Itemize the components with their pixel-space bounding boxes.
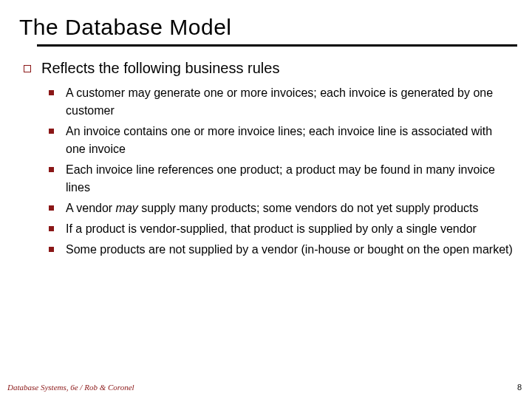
list-item: Each invoice line references one product… <box>49 161 513 197</box>
square-bullet-open-icon <box>24 65 31 72</box>
list-item-text-before: A vendor <box>66 202 116 214</box>
square-bullet-icon <box>49 226 54 231</box>
square-bullet-icon <box>49 129 54 134</box>
list-item: A vendor may supply many products; some … <box>49 200 513 217</box>
bullet-list: A customer may generate one or more invo… <box>49 84 513 259</box>
square-bullet-icon <box>49 167 54 172</box>
list-item-text: If a product is vendor-supplied, that pr… <box>66 220 477 238</box>
list-item: Some products are not supplied by a vend… <box>49 241 513 259</box>
list-item: An invoice contains one or more invoice … <box>49 123 513 158</box>
title-rule <box>37 44 517 47</box>
square-bullet-icon <box>49 90 54 95</box>
list-item-text: Each invoice line references one product… <box>66 161 513 197</box>
list-item-text-after: supply many products; some vendors do no… <box>138 202 479 214</box>
page-number: 8 <box>517 383 522 392</box>
footer-text: Database Systems, 6e / Rob & Coronel <box>7 383 134 392</box>
section-heading: Reflects the following business rules <box>41 60 279 77</box>
section-heading-row: Reflects the following business rules <box>24 60 513 77</box>
list-item-text: Some products are not supplied by a vend… <box>66 241 513 259</box>
square-bullet-icon <box>49 205 54 211</box>
square-bullet-icon <box>49 247 54 252</box>
list-item: If a product is vendor-supplied, that pr… <box>49 220 513 238</box>
list-item-emphasis: may <box>116 202 138 214</box>
slide: The Database Model Reflects the followin… <box>0 0 532 399</box>
slide-title: The Database Model <box>19 15 513 40</box>
list-item-text: An invoice contains one or more invoice … <box>66 123 513 158</box>
list-item: A customer may generate one or more invo… <box>49 84 513 120</box>
list-item-text: A customer may generate one or more invo… <box>66 84 513 120</box>
list-item-text: A vendor may supply many products; some … <box>66 200 479 217</box>
